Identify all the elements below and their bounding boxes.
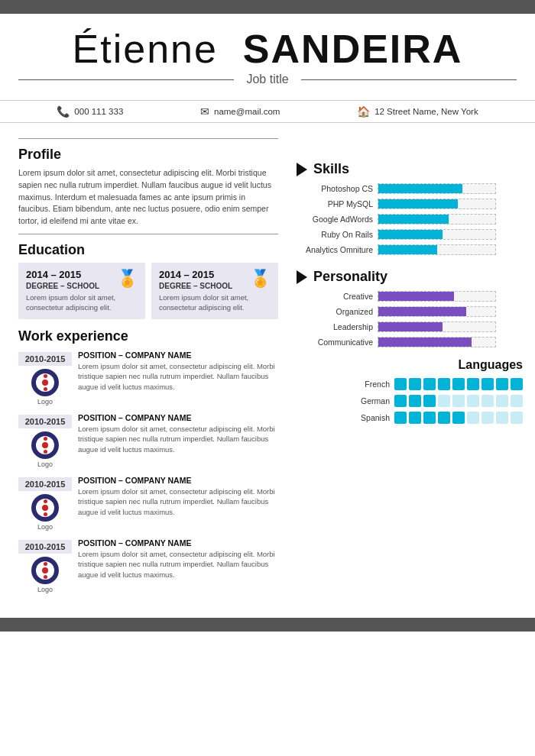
right-column: Skills Photoshop CS PHP MySQL Google AdW…: [290, 123, 535, 609]
skill-bar-fill-4: [378, 245, 437, 254]
personality-bar-bg-3: [378, 337, 496, 347]
personality-bar-fill-1: [378, 307, 466, 316]
profile-title: Profile: [18, 147, 278, 163]
work-entry-1: 2010-2015 Logo POSITION – COMPANY NAME L…: [18, 351, 278, 405]
work-year-2: 2010-2015: [18, 415, 72, 428]
edu-text-2: Lorem ipsum dolor sit amet, consectetur …: [159, 292, 271, 313]
personality-bar-bg-1: [378, 306, 496, 317]
skill-bar-fill-3: [378, 230, 443, 239]
work-logo-2: Logo: [28, 431, 62, 468]
skill-bar-fill-0: [378, 184, 462, 193]
work-title: Work experience: [18, 328, 278, 344]
top-bar: [0, 0, 535, 14]
skill-label-2: Google AdWords: [297, 215, 373, 224]
languages-title: Languages: [297, 358, 523, 372]
work-year-3: 2010-2015: [18, 477, 72, 491]
email-contact: ✉ name@mail.com: [200, 105, 280, 118]
skill-row-3: Ruby On Rails: [297, 229, 523, 240]
edu-text-1: Lorem ipsum dolor sit amet, consectetur …: [26, 292, 138, 313]
lang-dot-s6: [467, 412, 479, 424]
lang-row-2: Spanish: [297, 412, 523, 424]
skill-label-1: PHP MySQL: [297, 199, 373, 208]
work-year-logo-3: 2010-2015 Logo: [18, 476, 72, 531]
personality-bar-bg-2: [378, 321, 496, 332]
personality-label-2: Leadership: [297, 322, 373, 331]
lang-dot-g3: [423, 395, 436, 407]
lang-dots-french: [394, 378, 523, 390]
skill-row-4: Analytics Omniture: [297, 244, 523, 255]
personality-triangle-icon: [297, 270, 307, 284]
lang-row-0: French: [297, 378, 523, 390]
work-entry-2: 2010-2015 Logo POSITION – COMPANY NAME L…: [18, 413, 278, 468]
work-year-logo-4: 2010-2015 Logo: [18, 538, 72, 593]
lang-dot-g7: [481, 395, 494, 407]
logo-label-2: Logo: [37, 460, 53, 468]
lang-dot-s3: [423, 412, 436, 424]
work-year-logo-2: 2010-2015 Logo: [18, 413, 72, 468]
skill-bar-bg-4: [378, 244, 496, 255]
contact-bar: 📞 000 111 333 ✉ name@mail.com 🏠 12 Stree…: [0, 100, 535, 123]
skill-bar-bg-2: [378, 214, 496, 225]
personality-label-3: Communicative: [297, 338, 373, 347]
work-position-2: POSITION – COMPANY NAME: [78, 413, 278, 422]
skill-label-4: Analytics Omniture: [297, 245, 373, 254]
lang-dot-g5: [452, 395, 465, 407]
lang-label-0: French: [353, 380, 390, 389]
work-position-4: POSITION – COMPANY NAME: [78, 538, 278, 548]
lang-row-1: German: [297, 395, 523, 407]
lang-dots-german: [394, 395, 523, 407]
skill-label-3: Ruby On Rails: [297, 230, 373, 239]
lang-dot-f7: [481, 378, 494, 390]
personality-row-3: Communicative: [297, 337, 523, 347]
home-icon: 🏠: [357, 105, 370, 118]
left-column: Profile Lorem ipsum dolor sit amet, cons…: [0, 123, 290, 609]
skill-bar-fill-1: [378, 199, 458, 208]
lang-dot-f9: [511, 378, 523, 390]
lang-dot-f5: [452, 378, 465, 390]
skill-row-1: PHP MySQL: [297, 199, 523, 209]
lang-dot-s2: [409, 412, 421, 424]
skill-bar-fill-2: [378, 215, 449, 224]
personality-label-1: Organized: [297, 307, 373, 316]
lang-dot-s1: [394, 412, 407, 424]
skill-bar-bg-0: [378, 183, 496, 194]
lang-dot-s7: [481, 412, 494, 424]
lang-dot-s5: [452, 412, 465, 424]
lang-dot-s4: [438, 412, 450, 424]
personality-title-row: Personality: [297, 269, 523, 285]
personality-title: Personality: [313, 269, 387, 285]
header: Étienne SANDEIRA Job title: [0, 14, 535, 100]
lang-dot-f4: [438, 378, 450, 390]
personality-row-1: Organized: [297, 306, 523, 317]
personality-bar-fill-0: [378, 292, 454, 301]
work-position-1: POSITION – COMPANY NAME: [78, 351, 278, 360]
work-year-4: 2010-2015: [18, 540, 72, 554]
skill-bar-bg-3: [378, 229, 496, 240]
email-address: name@mail.com: [214, 107, 280, 116]
work-position-3: POSITION – COMPANY NAME: [78, 476, 278, 485]
work-details-4: POSITION – COMPANY NAME Lorem ipsum dolo…: [78, 538, 278, 580]
skills-triangle-icon: [297, 163, 307, 176]
work-desc-3: Lorem ipsum dolor sit amet, consectetur …: [78, 486, 278, 518]
lang-dot-g6: [467, 395, 479, 407]
skills-title-row: Skills: [297, 161, 523, 177]
lang-dot-f1: [394, 378, 407, 390]
lang-dot-g1: [394, 395, 407, 407]
job-title: Job title: [246, 73, 288, 86]
personality-bar-fill-2: [378, 322, 443, 331]
logo-label-3: Logo: [37, 523, 53, 531]
edu-card-1: 2014 – 2015 DEGREE – SCHOOL Lorem ipsum …: [18, 263, 145, 319]
lang-dot-g4: [438, 395, 450, 407]
lang-dots-spanish: [394, 412, 523, 424]
lang-dot-g2: [409, 395, 421, 407]
work-logo-1: Logo: [28, 369, 62, 405]
personality-bar-fill-3: [378, 338, 472, 347]
email-icon: ✉: [200, 105, 209, 118]
bottom-bar: [0, 618, 535, 632]
lang-dot-f3: [423, 378, 436, 390]
work-desc-2: Lorem ipsum dolor sit amet, consectetur …: [78, 424, 278, 455]
first-name: Étienne: [73, 27, 218, 71]
address-contact: 🏠 12 Street Name, New York: [357, 105, 478, 118]
work-logo-3: Logo: [28, 494, 62, 531]
education-title: Education: [18, 242, 278, 258]
